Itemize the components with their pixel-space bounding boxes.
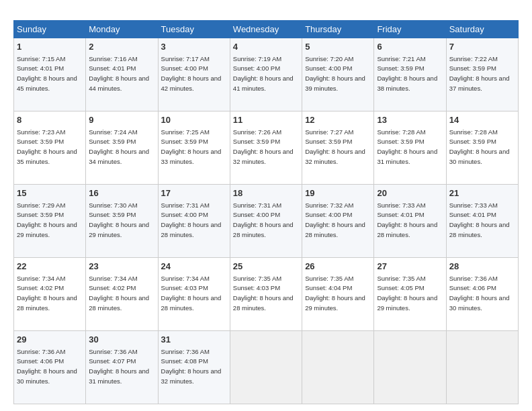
day-number: 4 [233, 41, 299, 53]
sunrise-info: Sunrise: 7:24 AMSunset: 3:59 PMDaylight:… [89, 128, 149, 165]
sunrise-info: Sunrise: 7:20 AMSunset: 4:00 PMDaylight:… [305, 55, 365, 92]
day-cell-26: 26Sunrise: 7:35 AMSunset: 4:04 PMDayligh… [302, 258, 374, 331]
day-number: 24 [161, 261, 227, 273]
day-number: 12 [305, 114, 371, 126]
sunrise-info: Sunrise: 7:21 AMSunset: 3:59 PMDaylight:… [377, 55, 437, 92]
day-number: 17 [161, 187, 227, 199]
sunrise-info: Sunrise: 7:31 AMSunset: 4:00 PMDaylight:… [161, 201, 222, 238]
empty-cell [374, 331, 446, 404]
sunrise-info: Sunrise: 7:36 AMSunset: 4:06 PMDaylight:… [17, 348, 77, 385]
week-row-3: 15Sunrise: 7:29 AMSunset: 3:59 PMDayligh… [14, 185, 519, 258]
sunrise-info: Sunrise: 7:33 AMSunset: 4:01 PMDaylight:… [377, 201, 437, 238]
sunrise-info: Sunrise: 7:33 AMSunset: 4:01 PMDaylight:… [449, 201, 510, 238]
day-number: 7 [449, 41, 515, 53]
week-row-2: 8Sunrise: 7:23 AMSunset: 3:59 PMDaylight… [14, 111, 519, 185]
day-cell-4: 4Sunrise: 7:19 AMSunset: 4:00 PMDaylight… [230, 38, 302, 111]
sunrise-info: Sunrise: 7:31 AMSunset: 4:00 PMDaylight:… [233, 201, 294, 238]
sunrise-info: Sunrise: 7:35 AMSunset: 4:05 PMDaylight:… [377, 275, 437, 312]
day-cell-20: 20Sunrise: 7:33 AMSunset: 4:01 PMDayligh… [374, 185, 446, 258]
sunrise-info: Sunrise: 7:23 AMSunset: 3:59 PMDaylight:… [17, 128, 77, 165]
day-cell-14: 14Sunrise: 7:28 AMSunset: 3:59 PMDayligh… [446, 111, 518, 185]
day-number: 5 [305, 41, 371, 53]
day-cell-25: 25Sunrise: 7:35 AMSunset: 4:03 PMDayligh… [230, 258, 302, 331]
sunrise-info: Sunrise: 7:36 AMSunset: 4:06 PMDaylight:… [449, 275, 510, 312]
day-cell-29: 29Sunrise: 7:36 AMSunset: 4:06 PMDayligh… [14, 331, 86, 404]
day-number: 14 [449, 114, 515, 126]
sunrise-info: Sunrise: 7:30 AMSunset: 3:59 PMDaylight:… [89, 201, 149, 238]
day-cell-16: 16Sunrise: 7:30 AMSunset: 3:59 PMDayligh… [86, 185, 158, 258]
day-number: 22 [17, 261, 83, 273]
day-number: 28 [449, 261, 515, 273]
sunrise-info: Sunrise: 7:28 AMSunset: 3:59 PMDaylight:… [377, 128, 437, 165]
calendar-table: SundayMondayTuesdayWednesdayThursdayFrid… [13, 20, 519, 404]
day-number: 29 [17, 334, 83, 346]
header: General Blue [13, 12, 519, 13]
sunrise-info: Sunrise: 7:34 AMSunset: 4:03 PMDaylight:… [161, 275, 222, 312]
day-number: 23 [89, 261, 154, 273]
day-number: 26 [305, 261, 371, 273]
day-cell-10: 10Sunrise: 7:25 AMSunset: 3:59 PMDayligh… [158, 111, 230, 185]
day-number: 31 [161, 334, 227, 346]
page: General Blue SundayMondayTuesdayWednesda… [0, 0, 532, 411]
day-cell-23: 23Sunrise: 7:34 AMSunset: 4:02 PMDayligh… [86, 258, 158, 331]
day-cell-15: 15Sunrise: 7:29 AMSunset: 3:59 PMDayligh… [14, 185, 86, 258]
sunrise-info: Sunrise: 7:17 AMSunset: 4:00 PMDaylight:… [161, 55, 222, 92]
sunrise-info: Sunrise: 7:29 AMSunset: 3:59 PMDaylight:… [17, 201, 77, 238]
sunrise-info: Sunrise: 7:34 AMSunset: 4:02 PMDaylight:… [17, 275, 77, 312]
weekday-header-row: SundayMondayTuesdayWednesdayThursdayFrid… [14, 21, 519, 38]
sunrise-info: Sunrise: 7:22 AMSunset: 3:59 PMDaylight:… [449, 55, 510, 92]
day-number: 3 [161, 41, 227, 53]
day-cell-24: 24Sunrise: 7:34 AMSunset: 4:03 PMDayligh… [158, 258, 230, 331]
sunrise-info: Sunrise: 7:34 AMSunset: 4:02 PMDaylight:… [89, 275, 149, 312]
weekday-header-friday: Friday [374, 21, 446, 38]
day-cell-18: 18Sunrise: 7:31 AMSunset: 4:00 PMDayligh… [230, 185, 302, 258]
day-cell-31: 31Sunrise: 7:36 AMSunset: 4:08 PMDayligh… [158, 331, 230, 404]
week-row-1: 1Sunrise: 7:15 AMSunset: 4:01 PMDaylight… [14, 38, 519, 111]
day-number: 19 [305, 187, 371, 199]
day-cell-17: 17Sunrise: 7:31 AMSunset: 4:00 PMDayligh… [158, 185, 230, 258]
day-cell-9: 9Sunrise: 7:24 AMSunset: 3:59 PMDaylight… [86, 111, 158, 185]
day-cell-5: 5Sunrise: 7:20 AMSunset: 4:00 PMDaylight… [302, 38, 374, 111]
day-number: 2 [89, 41, 154, 53]
day-number: 9 [89, 114, 154, 126]
week-row-4: 22Sunrise: 7:34 AMSunset: 4:02 PMDayligh… [14, 258, 519, 331]
day-cell-30: 30Sunrise: 7:36 AMSunset: 4:07 PMDayligh… [86, 331, 158, 404]
sunrise-info: Sunrise: 7:19 AMSunset: 4:00 PMDaylight:… [233, 55, 294, 92]
day-cell-11: 11Sunrise: 7:26 AMSunset: 3:59 PMDayligh… [230, 111, 302, 185]
day-cell-3: 3Sunrise: 7:17 AMSunset: 4:00 PMDaylight… [158, 38, 230, 111]
day-number: 15 [17, 187, 83, 199]
sunrise-info: Sunrise: 7:35 AMSunset: 4:04 PMDaylight:… [305, 275, 365, 312]
day-cell-19: 19Sunrise: 7:32 AMSunset: 4:00 PMDayligh… [302, 185, 374, 258]
day-number: 10 [161, 114, 227, 126]
day-number: 27 [377, 261, 443, 273]
day-number: 21 [449, 187, 515, 199]
day-number: 8 [17, 114, 83, 126]
empty-cell [446, 331, 518, 404]
day-cell-22: 22Sunrise: 7:34 AMSunset: 4:02 PMDayligh… [14, 258, 86, 331]
weekday-header-saturday: Saturday [446, 21, 518, 38]
day-cell-7: 7Sunrise: 7:22 AMSunset: 3:59 PMDaylight… [446, 38, 518, 111]
sunrise-info: Sunrise: 7:15 AMSunset: 4:01 PMDaylight:… [17, 55, 77, 92]
day-cell-1: 1Sunrise: 7:15 AMSunset: 4:01 PMDaylight… [14, 38, 86, 111]
weekday-header-monday: Monday [86, 21, 158, 38]
weekday-header-wednesday: Wednesday [230, 21, 302, 38]
day-cell-6: 6Sunrise: 7:21 AMSunset: 3:59 PMDaylight… [374, 38, 446, 111]
day-cell-12: 12Sunrise: 7:27 AMSunset: 3:59 PMDayligh… [302, 111, 374, 185]
day-cell-28: 28Sunrise: 7:36 AMSunset: 4:06 PMDayligh… [446, 258, 518, 331]
empty-cell [230, 331, 302, 404]
day-cell-8: 8Sunrise: 7:23 AMSunset: 3:59 PMDaylight… [14, 111, 86, 185]
day-cell-2: 2Sunrise: 7:16 AMSunset: 4:01 PMDaylight… [86, 38, 158, 111]
sunrise-info: Sunrise: 7:16 AMSunset: 4:01 PMDaylight:… [89, 55, 149, 92]
day-number: 6 [377, 41, 443, 53]
sunrise-info: Sunrise: 7:36 AMSunset: 4:07 PMDaylight:… [89, 348, 149, 385]
day-cell-27: 27Sunrise: 7:35 AMSunset: 4:05 PMDayligh… [374, 258, 446, 331]
day-number: 20 [377, 187, 443, 199]
day-number: 11 [233, 114, 299, 126]
empty-cell [302, 331, 374, 404]
weekday-header-thursday: Thursday [302, 21, 374, 38]
day-cell-21: 21Sunrise: 7:33 AMSunset: 4:01 PMDayligh… [446, 185, 518, 258]
sunrise-info: Sunrise: 7:32 AMSunset: 4:00 PMDaylight:… [305, 201, 365, 238]
day-number: 16 [89, 187, 154, 199]
sunrise-info: Sunrise: 7:26 AMSunset: 3:59 PMDaylight:… [233, 128, 294, 165]
weekday-header-tuesday: Tuesday [158, 21, 230, 38]
